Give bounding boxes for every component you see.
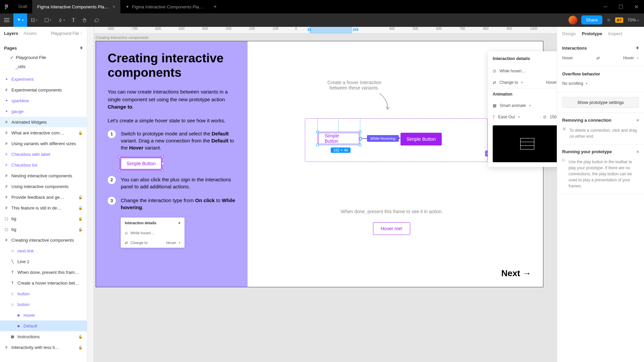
play-icon: ▷ (562, 158, 565, 162)
layer-item[interactable]: #Interactivity with less ti…🔒 (0, 342, 87, 353)
remove-icon[interactable]: − (637, 56, 639, 60)
layer-item[interactable]: TWhen done, present this fram… (0, 267, 87, 278)
step-1: 1 Switch to prototype mode and select th… (108, 130, 236, 151)
close-icon[interactable]: × (112, 4, 115, 9)
text-tool[interactable]: T (68, 13, 78, 27)
overflow-dropdown[interactable]: No scrolling▾ (562, 80, 639, 87)
tab-layers[interactable]: Layers (4, 31, 18, 36)
move-tool[interactable]: ▾ (13, 13, 27, 27)
file-dropdown[interactable]: Playground File ⌃ (51, 31, 83, 36)
svg-point-3 (6, 6, 8, 8)
trigger-row[interactable]: ⊙While hoveri…▾ (488, 65, 557, 77)
layer-item[interactable]: #Animated Widgets (0, 117, 87, 127)
show-prototype-settings-button[interactable]: Show prototype settings (562, 97, 639, 108)
tab-design[interactable]: Design (562, 31, 576, 36)
avatar[interactable] (569, 16, 577, 24)
page-item[interactable]: ✓Playground File (4, 53, 83, 62)
lock-icon: 🔒 (78, 345, 83, 350)
tab-prototype[interactable]: Prototype (582, 31, 602, 36)
layer-item[interactable]: ✦gauge (0, 106, 87, 117)
pages-section: Pages + ✓Playground File _utils (0, 40, 87, 74)
comment-tool[interactable] (91, 13, 103, 27)
page-item[interactable]: _utils (4, 62, 83, 71)
frame-title[interactable]: Creating interactive components (96, 36, 149, 40)
animate-row[interactable]: ▦Smart animate▾ (488, 100, 557, 111)
step-2: 2 You can also click the plus sign in th… (108, 176, 236, 190)
pages-header: Pages + (4, 43, 83, 53)
layer-item[interactable]: ▢bg🔒 (0, 213, 87, 224)
close-icon[interactable]: × (636, 118, 639, 123)
tab-active[interactable]: Figma Interactive Components Pla… × (32, 0, 120, 13)
hover-me-button[interactable]: Hover me! (373, 222, 410, 235)
layer-item[interactable]: ◇next-link (0, 245, 87, 256)
layer-item[interactable]: #Nesting interactive components (0, 170, 87, 181)
close-button[interactable]: ✕ (629, 0, 644, 13)
horizontal-ruler: -800 -700 -600 -500 -400 -300 -200 -100 … (87, 27, 557, 34)
layer-item[interactable]: ▦Instructions🔒 (0, 331, 87, 342)
step-number: 1 (108, 130, 116, 138)
svg-rect-2 (5, 6, 7, 8)
layer-item[interactable]: ▢bg🔒 (0, 224, 87, 235)
close-icon[interactable]: × (636, 149, 639, 154)
figma-icon (4, 4, 9, 9)
maximize-button[interactable]: ☐ (613, 0, 629, 13)
overflow-section: Overflow behavior No scrolling▾ (557, 67, 644, 92)
layer-item[interactable]: #Using variants with different sizes (0, 138, 87, 149)
step-number: 3 (108, 197, 116, 205)
add-page-button[interactable]: + (80, 45, 83, 51)
hand-icon (82, 17, 87, 23)
layer-default-selected[interactable]: ◆Default (0, 320, 87, 331)
tab-inactive[interactable]: Figma Interactive Components Pla… (120, 0, 208, 13)
lock-icon: 🔒 (78, 206, 83, 210)
connection-node[interactable] (359, 137, 362, 140)
simple-button-hover[interactable]: Simple Button (400, 133, 442, 145)
layer-item[interactable]: #What are interactive com…🔒 (0, 127, 87, 138)
main-frame[interactable]: Creating interactivecomponents You can n… (96, 41, 543, 287)
layer-item[interactable]: TCreate a hover interaction bet… (0, 278, 87, 288)
frame-tool[interactable]: ▾ (27, 13, 41, 27)
pen-icon (58, 18, 63, 22)
layer-item[interactable]: ✦sparkline (0, 95, 87, 106)
layer-item[interactable]: #Experimental components (0, 84, 87, 95)
layer-item[interactable]: ◇button (0, 299, 87, 310)
layer-item[interactable]: #Using interactive components (0, 181, 87, 192)
instruction-text: When done, present this frame to see it … (341, 209, 443, 214)
layer-item[interactable]: #This feature is still in de…🔒 (0, 202, 87, 213)
zoom-level[interactable]: 70% ▾ (627, 17, 639, 22)
next-link[interactable]: Next → (501, 268, 531, 279)
share-button[interactable]: Share (581, 15, 602, 24)
layer-item[interactable]: #Checkbox with label (0, 149, 87, 160)
layer-item[interactable]: ◆Hover (0, 310, 87, 320)
selected-variant[interactable]: Simple Button (317, 132, 360, 145)
layer-item[interactable]: #Checkbox list (0, 160, 87, 170)
arrow-icon (378, 93, 391, 112)
hover-action-label: While Hovering (367, 135, 399, 142)
main-menu-button[interactable] (0, 13, 13, 27)
pen-tool[interactable]: ▾ (55, 13, 68, 27)
simple-button-demo: Simple Button (121, 158, 161, 169)
tab-assets[interactable]: Assets (23, 31, 37, 36)
pages-label: Pages (4, 46, 17, 51)
play-icon[interactable] (606, 18, 611, 22)
figma-logo[interactable] (0, 0, 13, 13)
layer-experiment[interactable]: ✦Experiment (0, 74, 87, 84)
shape-tool[interactable]: ▾ (41, 13, 55, 27)
minimize-button[interactable]: ─ (598, 0, 613, 13)
interaction-row[interactable]: Hover ⇄ Hover − (562, 54, 639, 62)
interaction-details-panel[interactable]: Interaction details × ⊙While hoveri…▾ ⇄C… (488, 51, 557, 167)
lock-icon: 🔒 (78, 195, 83, 199)
action-row[interactable]: ⇄Change to▾Hover▾ (488, 77, 557, 88)
add-tab-button[interactable]: + (208, 3, 222, 10)
layer-item[interactable]: #Creating interactive components (0, 235, 87, 245)
easing-row[interactable]: ⤴Ease Out▾⊙150ms (488, 111, 557, 123)
hand-tool[interactable] (78, 13, 91, 27)
step-number: 2 (108, 176, 116, 184)
layer-item[interactable]: #Provide feedback and ge…🔒 (0, 192, 87, 202)
toolbar: ▾ ▾ ▾ ▾ T Share A? 70% ▾ (0, 13, 644, 27)
layer-item[interactable]: ╲Line 1 (0, 256, 87, 267)
canvas[interactable]: -800 -700 -600 -500 -400 -300 -200 -100 … (87, 27, 557, 362)
layer-item[interactable]: ◇button (0, 288, 87, 299)
add-interaction-button[interactable]: + (636, 45, 639, 51)
mini-interaction-panel: Interaction details× ⊙While hoveri… ⇄Cha… (121, 218, 184, 248)
tab-inspect[interactable]: Inspect (608, 31, 622, 36)
